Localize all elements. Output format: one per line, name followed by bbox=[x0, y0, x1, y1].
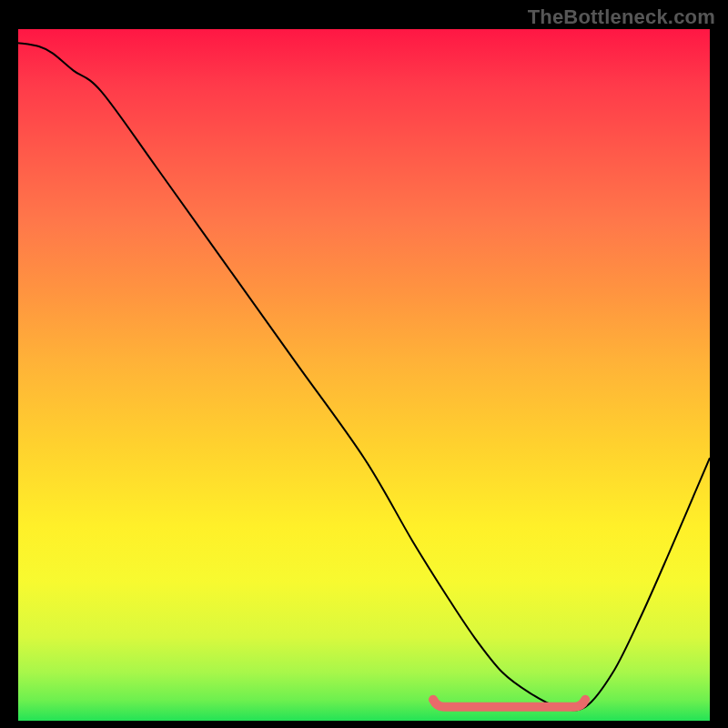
plot-area bbox=[18, 29, 710, 721]
watermark-text: TheBottleneck.com bbox=[528, 5, 715, 29]
chart-container: TheBottleneck.com bbox=[0, 0, 728, 728]
valley-highlight bbox=[18, 29, 710, 721]
valley-highlight-path bbox=[433, 700, 585, 707]
